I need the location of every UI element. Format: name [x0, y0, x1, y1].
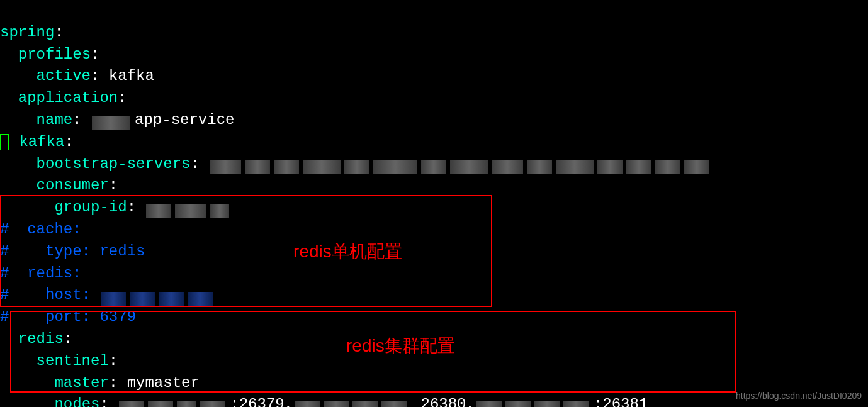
yaml-key: bootstrap-servers — [37, 155, 191, 172]
yaml-comment: # type: redis — [0, 243, 145, 260]
yaml-key: kafka — [19, 133, 64, 150]
yaml-key: redis — [18, 330, 64, 347]
redacted-block — [146, 201, 233, 215]
yaml-key: group-id — [54, 199, 127, 216]
annotation-label-single: redis单机配置 — [293, 239, 402, 265]
yaml-value: kafka — [109, 67, 154, 84]
yaml-value: 26380, — [420, 396, 475, 407]
annotation-label-cluster: redis集群配置 — [346, 333, 455, 359]
yaml-comment: # host: — [0, 286, 91, 303]
yaml-key: name — [37, 111, 73, 128]
yaml-key: sentinel — [37, 352, 109, 369]
yaml-key: application — [18, 89, 118, 106]
redacted-block — [476, 398, 592, 407]
yaml-key: consumer — [37, 177, 109, 194]
redacted-block — [119, 398, 228, 407]
redacted-block — [101, 288, 217, 302]
watermark-text: https://blog.csdn.net/JustDI0209 — [736, 389, 862, 402]
yaml-value: :26379, — [230, 396, 293, 407]
redacted-block — [295, 398, 410, 407]
yaml-key: active — [37, 67, 91, 84]
yaml-key: master — [54, 374, 108, 391]
yaml-comment: # cache: — [0, 221, 82, 238]
yaml-comment: # redis: — [0, 265, 82, 282]
redacted-block — [92, 113, 133, 127]
yaml-key: spring — [0, 24, 54, 41]
yaml-key: profiles — [18, 46, 91, 63]
yaml-value: app-service — [135, 111, 234, 128]
yaml-comment: # port: 6379 — [0, 308, 136, 325]
yaml-key: nodes — [54, 396, 99, 407]
yaml-value: :26381 — [594, 396, 648, 407]
cursor-icon — [0, 134, 9, 150]
yaml-value: mymaster — [127, 374, 200, 391]
redacted-block — [210, 157, 713, 170]
